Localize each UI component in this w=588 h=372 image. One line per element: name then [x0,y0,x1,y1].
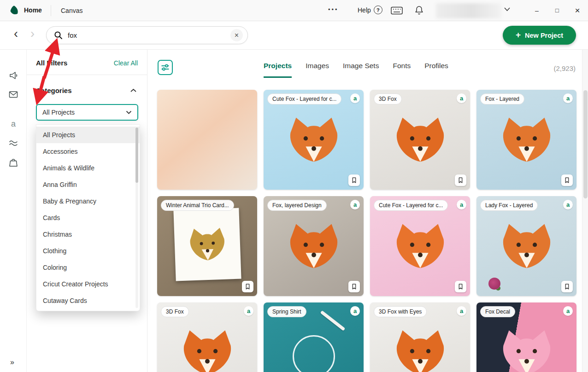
bookmark-icon [351,177,357,184]
project-card[interactable]: 3D Foxa [370,90,470,190]
dropdown-option[interactable]: Baby & Pregnancy [36,193,140,209]
dropdown-option[interactable]: Cricut Creator Projects [36,276,140,292]
result-tabs: ProjectsImagesImage SetsFontsProfiles [264,62,448,78]
fox-graphic [283,115,344,165]
dropdown-option[interactable]: Animals & Wildlife [36,160,140,176]
dropdown-option[interactable]: Clothing [36,243,140,259]
tab-images[interactable]: Images [306,62,329,78]
maximize-button[interactable]: □ [547,0,567,21]
card-thumbnail [370,196,470,296]
svg-text:a: a [11,119,16,128]
page-scrollbar-thumb[interactable] [583,90,588,198]
card-title-chip: 3D Fox [161,306,189,317]
more-menu-icon[interactable]: ••• [328,6,339,13]
shopping-bag-icon[interactable] [8,157,18,168]
search-input[interactable] [68,31,230,39]
project-grid: Cute Fox - Layered for c...a 3D Foxa Fox… [157,90,576,372]
result-count: (2,923) [553,64,576,72]
bell-icon[interactable] [414,5,424,16]
activity-waves-icon[interactable] [8,138,18,148]
help-menu[interactable]: Help ? [358,6,382,14]
dropdown-option[interactable]: Coloring [36,259,140,276]
project-card[interactable]: 3D Foxa [157,302,257,372]
back-button[interactable]: ‹ [14,27,18,41]
help-label: Help [358,6,371,14]
bookmark-icon [458,283,464,290]
tab-image-sets[interactable]: Image Sets [343,62,379,78]
bookmark-button[interactable] [348,281,360,292]
project-card[interactable]: Fox Decala [476,302,576,372]
clear-all-link[interactable]: Clear All [114,59,138,67]
project-card[interactable] [157,90,257,190]
pen-graphic [320,310,346,331]
help-question-icon: ? [374,6,382,14]
fox-graphic [496,115,557,165]
bookmark-button[interactable] [455,174,466,186]
cricut-access-badge: a [350,93,360,103]
bookmark-icon [245,283,251,290]
category-dropdown[interactable]: All Projects [36,104,138,121]
card-thumbnail [157,90,257,190]
chevron-up-icon[interactable] [130,88,137,93]
bookmark-icon [564,283,570,290]
filter-toggle-button[interactable] [158,60,173,75]
bookmark-button[interactable] [348,174,360,186]
project-card[interactable]: Cute Fox - Layered for c...a [264,90,364,190]
bookmark-button[interactable] [561,174,573,186]
wreath-graphic [293,335,335,372]
cricut-access-icon[interactable]: a [8,119,18,129]
project-card[interactable]: Winter Animal Trio Card... [157,196,257,296]
project-card[interactable]: Cute Fox - Layered for c...a [370,196,470,296]
cricut-access-badge: a [563,306,573,316]
close-button[interactable]: × [567,0,588,21]
home-tab[interactable]: Home [24,6,42,14]
bookmark-button[interactable] [561,281,573,292]
project-card[interactable]: Fox, layered Designa [264,196,364,296]
card-thumbnail [264,196,364,296]
cricut-access-badge: a [457,306,466,316]
canvas-tab[interactable]: Canvas [61,7,82,14]
keyboard-icon[interactable] [391,6,403,15]
titlebar-divider [51,5,51,16]
forward-button: › [30,27,35,41]
card-title-chip: Cute Fox - Layered for c... [374,200,448,211]
project-card[interactable]: Lady Fox - Layereda [476,196,576,296]
minimize-button[interactable]: – [527,0,547,21]
search-box[interactable]: × [46,26,248,44]
project-card[interactable]: 3D Fox with Eyesa [370,302,470,372]
card-title-chip: Fox Decal [480,306,515,317]
cricut-access-badge: a [244,306,253,316]
expand-rail-icon[interactable]: » [10,358,14,366]
bookmark-button[interactable] [242,281,253,292]
dropdown-scrollbar-thumb[interactable] [135,128,138,183]
page-scrollbar[interactable] [582,50,588,372]
inbox-icon[interactable] [8,89,18,99]
tab-projects[interactable]: Projects [264,62,292,78]
card-thumbnail [476,196,576,296]
project-card[interactable]: Spring Shirta [264,302,364,372]
tab-fonts[interactable]: Fonts [393,62,411,78]
dropdown-option[interactable]: Anna Griffin [36,176,140,193]
dropdown-option[interactable]: Accessories [36,143,140,160]
chevron-down-icon[interactable] [504,7,511,12]
card-thumbnail [476,90,576,190]
user-account-name-blurred[interactable] [436,3,501,18]
categories-label: Categories [36,87,72,94]
dropdown-option[interactable]: Cards [36,209,140,226]
card-title-chip: Fox - Layered [480,93,524,105]
dropdown-option[interactable]: Christmas [36,226,140,243]
promo-icon[interactable] [8,70,18,81]
bookmark-button[interactable] [455,281,466,292]
new-project-button[interactable]: + New Project [503,26,576,45]
dropdown-option[interactable]: Cutaway Cards [36,292,140,309]
tab-profiles[interactable]: Profiles [424,62,448,78]
category-dropdown-value: All Projects [42,109,126,116]
project-card[interactable]: Fox - Layereda [476,90,576,190]
cricut-logo-icon [8,5,20,16]
clear-search-icon[interactable]: × [230,29,243,41]
card-title-chip: Spring Shirt [267,306,306,317]
cricut-access-badge: a [457,200,466,209]
cricut-access-badge: a [350,306,360,316]
card-title-chip: 3D Fox with Eyes [374,306,427,317]
dropdown-option[interactable]: All Projects [36,127,140,143]
